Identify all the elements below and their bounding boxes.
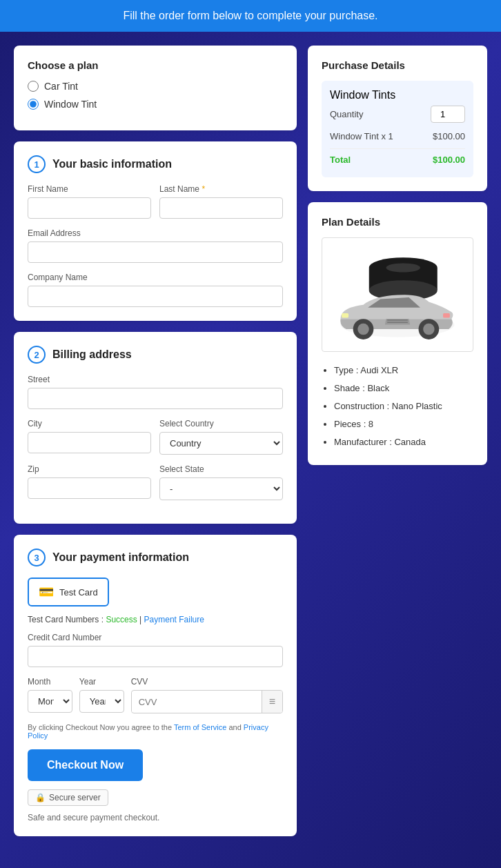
step-1-circle: 1 [28, 155, 46, 173]
terms-text: By clicking Checkout Now you agree to th… [28, 723, 283, 740]
step-2-circle: 2 [28, 346, 46, 364]
test-card-numbers: Test Card Numbers : Success | Payment Fa… [28, 615, 283, 624]
choose-plan-card: Choose a plan Car Tint Window Tint [14, 46, 297, 130]
year-select[interactable]: Year 2024 2025 2026 2027 [79, 690, 124, 713]
left-column: Choose a plan Car Tint Window Tint 1 You… [14, 46, 297, 836]
plan-specs-list: Type : Audi XLR Shade : Black Constructi… [322, 362, 473, 451]
payment-header: 3 Your payment information [28, 549, 283, 566]
purchase-details-card: Purchase Details Window Tints Quantity W… [308, 46, 487, 191]
checkout-button[interactable]: Checkout Now [28, 749, 143, 781]
company-input[interactable] [28, 286, 283, 307]
failure-link[interactable]: Payment Failure [144, 615, 204, 624]
line-item-price: $100.00 [433, 131, 465, 141]
country-label: Select Country [159, 419, 283, 428]
expiry-row: Month Month 01 02 03 04 05 06 07 08 09 1… [28, 677, 283, 713]
city-group: City [28, 419, 151, 455]
plan-option-window-tint[interactable]: Window Tint [28, 99, 283, 110]
country-select[interactable]: Country United States Canada United King… [159, 432, 283, 455]
car-tint-radio[interactable] [28, 81, 39, 92]
window-tint-radio[interactable] [28, 99, 39, 110]
cc-number-label: Credit Card Number [28, 633, 283, 642]
billing-header: 2 Billing address [28, 346, 283, 364]
test-card-button[interactable]: 💳 Test Card [28, 578, 109, 606]
plan-image-box [322, 237, 473, 352]
secure-label: Secure server [49, 793, 101, 802]
email-group: Email Address [28, 228, 283, 263]
line-item-label: Window Tint x 1 [330, 131, 393, 141]
car-image [329, 245, 466, 342]
svg-rect-10 [443, 313, 450, 318]
svg-rect-9 [342, 313, 348, 318]
quantity-input[interactable] [431, 106, 465, 123]
city-country-row: City Select Country Country United State… [28, 419, 283, 455]
spec-shade: Shade : Black [334, 379, 473, 397]
total-price: $100.00 [433, 155, 465, 165]
plan-option-car-tint[interactable]: Car Tint [28, 81, 283, 92]
privacy-link[interactable]: Privacy Policy [28, 723, 268, 740]
test-card-numbers-label: Test Card Numbers : [28, 615, 104, 624]
payment-title: Your payment information [52, 551, 189, 564]
city-input[interactable] [28, 432, 151, 453]
cvv-field-row: ≡ [131, 690, 283, 713]
spec-construction: Construction : Nano Plastic [334, 397, 473, 415]
first-name-input[interactable] [28, 197, 151, 219]
city-label: City [28, 419, 151, 428]
secure-badge: 🔒 Secure server [28, 789, 108, 806]
basic-info-title: Your basic information [52, 158, 172, 170]
purchase-details-inner: Window Tints Quantity Window Tint x 1 $1… [322, 81, 473, 177]
test-card-label: Test Card [59, 587, 98, 598]
step-3-circle: 3 [28, 549, 46, 566]
plan-details-card: Plan Details [308, 202, 487, 465]
svg-point-8 [423, 324, 435, 335]
success-link[interactable]: Success [106, 615, 137, 624]
cvv-icon: ≡ [262, 691, 282, 713]
state-label: Select State [159, 464, 283, 474]
month-select[interactable]: Month 01 02 03 04 05 06 07 08 09 10 11 1… [28, 690, 72, 713]
basic-info-header: 1 Your basic information [28, 155, 283, 173]
last-name-input[interactable] [159, 197, 283, 219]
email-input[interactable] [28, 241, 283, 263]
state-select[interactable]: - New York California [159, 477, 283, 500]
spec-manufacturer: Manufacturer : Canada [334, 433, 473, 451]
lock-icon: 🔒 [35, 793, 46, 802]
line-item-row: Window Tint x 1 $100.00 [330, 127, 465, 146]
cc-number-group: Credit Card Number [28, 633, 283, 667]
card-icon: 💳 [39, 584, 54, 600]
svg-point-6 [357, 324, 369, 335]
svg-rect-11 [387, 319, 408, 321]
quantity-label: Quantity [330, 109, 363, 119]
year-group: Year Year 2024 2025 2026 2027 [79, 677, 124, 713]
zip-label: Zip [28, 464, 151, 474]
last-name-label: Last Name * [159, 184, 283, 194]
street-input[interactable] [28, 388, 283, 409]
quantity-row: Quantity [330, 101, 465, 127]
window-tint-label[interactable]: Window Tint [44, 99, 97, 110]
first-name-group: First Name [28, 184, 151, 219]
company-group: Company Name [28, 273, 283, 307]
cvv-input[interactable] [132, 692, 262, 712]
tos-link[interactable]: Term of Service [174, 723, 226, 731]
purchase-details-title: Purchase Details [322, 59, 473, 71]
zip-state-row: Zip Select State - New York California [28, 464, 283, 500]
zip-group: Zip [28, 464, 151, 500]
email-label: Email Address [28, 228, 283, 238]
billing-title: Billing address [52, 348, 132, 361]
svg-point-3 [386, 263, 421, 272]
month-group: Month Month 01 02 03 04 05 06 07 08 09 1… [28, 677, 72, 713]
choose-plan-title: Choose a plan [28, 59, 283, 71]
cvv-group: CVV ≡ [131, 677, 283, 713]
street-label: Street [28, 375, 283, 384]
car-tint-label[interactable]: Car Tint [44, 81, 78, 92]
street-group: Street [28, 375, 283, 409]
pd-section-title: Window Tints [330, 89, 465, 101]
spec-pieces: Pieces : 8 [334, 415, 473, 433]
last-name-group: Last Name * [159, 184, 283, 219]
zip-input[interactable] [28, 477, 151, 499]
first-name-label: First Name [28, 184, 151, 194]
spec-type: Type : Audi XLR [334, 362, 473, 379]
header-banner: Fill the order form below to complete yo… [0, 0, 501, 32]
cc-number-input[interactable] [28, 646, 283, 667]
state-group: Select State - New York California [159, 464, 283, 500]
country-group: Select Country Country United States Can… [159, 419, 283, 455]
billing-address-card: 2 Billing address Street City Select Cou… [14, 332, 297, 524]
